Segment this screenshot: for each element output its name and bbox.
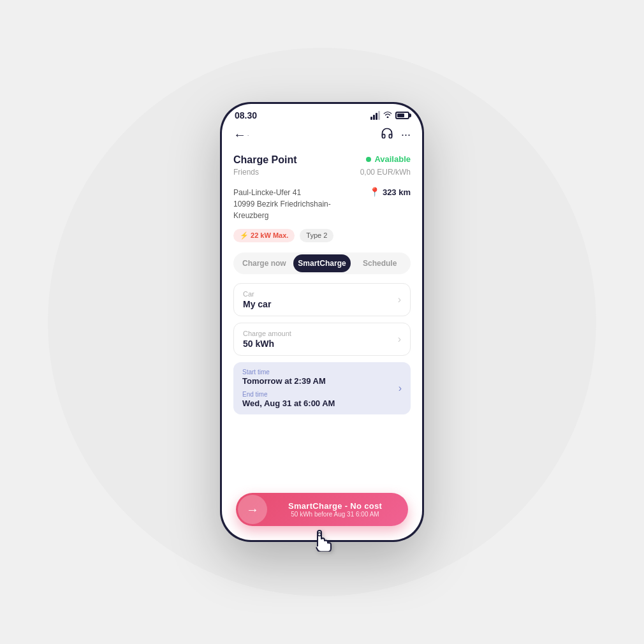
wifi-icon <box>383 111 392 120</box>
back-dot: · <box>247 133 249 138</box>
end-time-value: Wed, Aug 31 at 6:00 AM <box>242 399 335 408</box>
smart-charge-cta-button[interactable]: → SmartCharge - No cost 50 kWh before Au… <box>236 493 408 526</box>
distance-label: 📍 323 km <box>369 187 411 197</box>
tab-schedule[interactable]: Schedule <box>351 254 409 272</box>
phone-screen: 08.30 <box>222 104 422 540</box>
time-fields: Start time Tomorrow at 2:39 AM End time … <box>242 369 335 408</box>
phone-frame: 08.30 <box>220 102 424 542</box>
cta-sub-text: 50 kWh before Aug 31 6:00 AM <box>291 511 379 518</box>
charge-amount-field-info: Charge amount 50 kWh <box>243 330 291 349</box>
car-label: Car <box>243 290 271 298</box>
address-text: Paul-Lincke-Ufer 41 10999 Bezirk Friedri… <box>233 187 331 221</box>
charge-amount-chevron-icon: › <box>398 333 401 345</box>
address-line2: 10999 Bezirk Friedrichshain- <box>233 198 331 210</box>
price-label: 0,00 EUR/kWh <box>360 168 411 177</box>
status-icons <box>370 111 409 120</box>
cursor-hand-icon <box>309 522 335 557</box>
time-chevron-icon: › <box>399 383 402 394</box>
time-card[interactable]: Start time Tomorrow at 2:39 AM End time … <box>233 362 411 414</box>
cta-text-area: SmartCharge - No cost 50 kWh before Aug … <box>267 501 408 518</box>
start-time-label: Start time <box>242 369 335 376</box>
start-time-field: Start time Tomorrow at 2:39 AM <box>242 369 335 386</box>
car-value: My car <box>243 299 271 309</box>
battery-icon <box>395 112 409 119</box>
car-field-info: Car My car <box>243 290 271 309</box>
charge-subtitle: Friends 0,00 EUR/kWh <box>233 168 411 177</box>
charge-amount-label: Charge amount <box>243 330 291 337</box>
tab-smart-charge[interactable]: SmartCharge <box>293 254 351 272</box>
more-options-icon[interactable]: ··· <box>401 128 411 142</box>
end-time-label: End time <box>242 391 335 398</box>
status-bar: 08.30 <box>222 104 422 124</box>
cta-arrow-icon: → <box>246 502 259 517</box>
tab-switcher: Charge now SmartCharge Schedule <box>233 252 411 274</box>
address-line1: Paul-Lincke-Ufer 41 <box>233 187 331 198</box>
svg-point-0 <box>318 533 321 536</box>
address-line3: Kreuzberg <box>233 210 331 221</box>
start-time-value: Tomorrow at 2:39 AM <box>242 376 335 386</box>
car-field[interactable]: Car My car › <box>233 283 411 316</box>
cta-main-text: SmartCharge - No cost <box>288 501 382 511</box>
charge-amount-field[interactable]: Charge amount 50 kWh › <box>233 323 411 356</box>
location-pin-icon: 📍 <box>369 187 380 197</box>
back-button[interactable]: ← · <box>233 128 249 142</box>
signal-icon <box>370 111 380 120</box>
type-tag: Type 2 <box>300 229 333 242</box>
top-nav: ← · ··· <box>222 124 422 149</box>
power-tag: ⚡ 22 kW Max. <box>233 229 295 242</box>
status-text: Available <box>374 154 411 164</box>
status-time: 08.30 <box>235 110 257 121</box>
status-dot <box>366 157 371 162</box>
network-label: Friends <box>233 168 259 177</box>
background-circle: 08.30 <box>48 48 596 596</box>
content-area: Charge Point Available Friends 0,00 EUR/… <box>222 149 422 495</box>
tags-row: ⚡ 22 kW Max. Type 2 <box>233 229 411 242</box>
end-time-field: End time Wed, Aug 31 at 6:00 AM <box>242 391 335 408</box>
charge-amount-value: 50 kWh <box>243 339 291 349</box>
charge-point-header: Charge Point Available <box>233 154 411 166</box>
car-chevron-icon: › <box>398 294 401 305</box>
tab-charge-now[interactable]: Charge now <box>235 254 293 272</box>
charge-point-title: Charge Point <box>233 154 297 166</box>
nav-actions: ··· <box>381 127 411 143</box>
distance-value: 323 km <box>383 187 411 197</box>
address-section: Paul-Lincke-Ufer 41 10999 Bezirk Friedri… <box>233 187 411 221</box>
headset-icon[interactable] <box>381 127 393 143</box>
availability-status: Available <box>366 154 411 164</box>
back-arrow-icon: ← <box>233 128 246 142</box>
cta-circle: → <box>238 495 267 524</box>
